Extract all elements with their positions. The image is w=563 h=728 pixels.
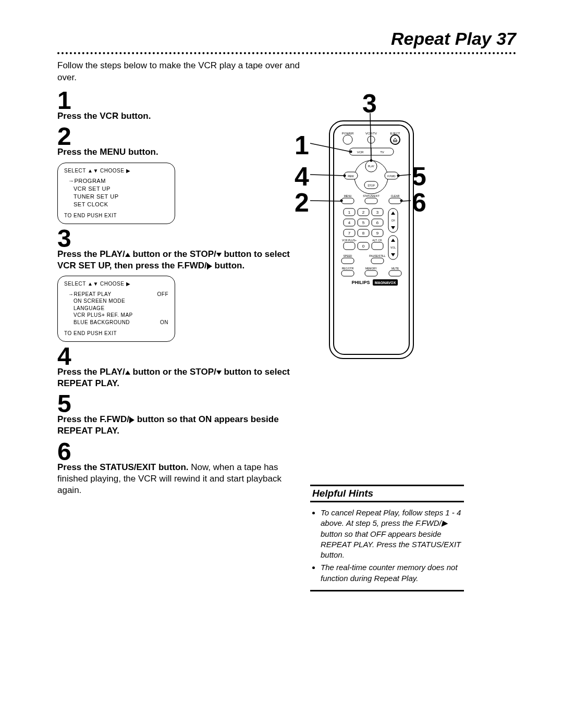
brand-philips: PHILIPS [351, 280, 370, 285]
osd-screen-1: SELECT ▲▼ CHOOSE ▶ →PROGRAM VCR SET UP T… [57, 163, 175, 224]
v: OFF [157, 291, 169, 298]
status-button [365, 198, 377, 204]
svg-rect-52 [389, 270, 401, 276]
menu-button [341, 198, 354, 204]
triangle-down-icon [216, 253, 222, 257]
step-1-number: 1 [57, 89, 308, 112]
page-number: 37 [496, 29, 516, 48]
lbl-stop: STOP [368, 184, 375, 187]
svg-text:0: 0 [362, 244, 365, 249]
l: →REPEAT PLAY [68, 291, 112, 297]
step-1-text: Press the VCR button. [57, 110, 308, 122]
osd1-item: VCR SET UP [64, 185, 168, 193]
svg-text:MUTE: MUTE [391, 267, 399, 270]
lbl-clear: CLEAR [391, 194, 400, 198]
v: ON [160, 319, 168, 326]
step-5-text: Press the F.FWD/ button so that ON appea… [57, 414, 308, 437]
svg-rect-45 [341, 258, 354, 264]
remote-svg: POWER VCR/TV EJECT VCR TV PLAY REW F.FWD… [328, 120, 414, 360]
svg-text:ALT. CH.: ALT. CH. [372, 239, 383, 242]
fast-forward-icon [129, 417, 134, 423]
fast-forward-icon [207, 263, 212, 269]
osd-screen-2: SELECT ▲▼ CHOOSE ▶ →REPEAT PLAYOFF ON SC… [57, 276, 175, 342]
osd1-footer: TO END PUSH EXIT [64, 212, 168, 219]
svg-text:4: 4 [348, 220, 351, 225]
osd2-item: BLUE BACKGROUNDON [64, 319, 168, 326]
intro-text: Follow the steps below to make the VCR p… [57, 60, 308, 84]
osd2-item: →REPEAT PLAYOFF [64, 291, 168, 298]
svg-text:3: 3 [376, 210, 379, 215]
t: Press the PLAY/ [57, 367, 125, 377]
l: BLUE BACKGROUND [74, 319, 130, 325]
svg-text:8: 8 [362, 231, 365, 236]
lbl-status: STATUS/EXIT [363, 194, 379, 198]
osd1-item: TUNER SET UP [64, 193, 168, 201]
hints-title: Helpful Hints [310, 485, 464, 502]
eject-button [390, 135, 400, 144]
svg-rect-50 [341, 270, 354, 276]
svg-rect-46 [371, 258, 384, 264]
svg-rect-36 [372, 242, 383, 250]
step-5-number: 5 [57, 392, 308, 415]
manual-page: Repeat Play 37 Follow the steps below to… [0, 0, 563, 728]
svg-text:5: 5 [362, 220, 365, 225]
step-2-text: Press the MENU button. [57, 146, 308, 158]
triangle-down-icon [216, 371, 222, 375]
t: button. [212, 261, 244, 270]
t: button or the STOP/ [130, 367, 216, 377]
t: Press the F.FWD/ [57, 414, 129, 424]
osd1-item: SET CLOCK [64, 201, 168, 208]
helpful-hints-box: Helpful Hints To cancel Repeat Play, fol… [310, 485, 464, 591]
osd2-item: VCR PLUS+ REF. MAP [64, 312, 168, 319]
hint-item: To cancel Repeat Play, follow steps 1 - … [321, 508, 462, 560]
osd2-footer: TO END PUSH EXIT [64, 330, 168, 337]
step-6-number: 6 [57, 440, 308, 463]
step-6-text: Press the STATUS/EXIT button. Now, when … [57, 462, 308, 496]
svg-text:6: 6 [376, 220, 379, 225]
svg-text:1: 1 [348, 210, 351, 215]
osd1-header: SELECT ▲▼ CHOOSE ▶ [64, 167, 168, 175]
title-underline [57, 52, 516, 54]
osd1-item: →PROGRAM [64, 177, 168, 185]
step-2-number: 2 [57, 125, 308, 147]
lbl-power: POWER [342, 132, 354, 135]
svg-text:VCR PLUS+: VCR PLUS+ [342, 239, 357, 242]
vcrtv-button [368, 136, 375, 143]
steps-column: 1 Press the VCR button. 2 Press the MENU… [57, 86, 308, 496]
title-text: Repeat Play [391, 29, 492, 48]
osd2-item: ON SCREEN MODE [64, 298, 168, 305]
t: Press the PLAY/ [57, 249, 125, 259]
svg-text:SPEED: SPEED [344, 254, 352, 257]
step-3-text: Press the PLAY/ button or the STOP/ butt… [57, 249, 308, 272]
svg-point-7 [350, 151, 352, 153]
svg-text:9: 9 [376, 231, 379, 236]
osd2-header: SELECT ▲▼ CHOOSE ▶ [64, 280, 168, 288]
lbl-vcr: VCR [357, 151, 364, 154]
lbl-menu: MENU [344, 194, 352, 198]
osd2-item: LANGUAGE [64, 305, 168, 312]
step-4-number: 4 [57, 345, 308, 367]
svg-point-9 [397, 175, 400, 177]
callout-3: 3 [362, 89, 377, 119]
callout-2: 2 [295, 188, 309, 218]
step-3-number: 3 [57, 227, 308, 250]
t: button or the STOP/ [130, 249, 216, 259]
svg-point-10 [370, 159, 373, 162]
lbl-rew: REW [348, 175, 354, 178]
hints-body: To cancel Repeat Play, follow steps 1 - … [310, 502, 464, 591]
lbl-tv: TV [380, 151, 384, 154]
lbl-ffwd: F.FWD [387, 175, 396, 178]
triangle-up-icon [125, 253, 130, 257]
svg-text:CH: CH [391, 219, 395, 222]
triangle-up-icon [125, 371, 130, 375]
lbl-vcrtv: VCR/TV [365, 132, 377, 135]
callout-1: 1 [295, 130, 309, 161]
svg-point-11 [340, 200, 343, 202]
hint-item: The real-time counter memory does not fu… [321, 562, 462, 584]
svg-rect-33 [344, 242, 355, 250]
t: Press the STATUS/EXIT button. [57, 462, 189, 472]
svg-text:PAUSE/STILL: PAUSE/STILL [369, 254, 386, 257]
power-button [343, 135, 352, 144]
lbl-play: PLAY [368, 165, 375, 168]
step-4-text: Press the PLAY/ button or the STOP/ butt… [57, 366, 308, 389]
